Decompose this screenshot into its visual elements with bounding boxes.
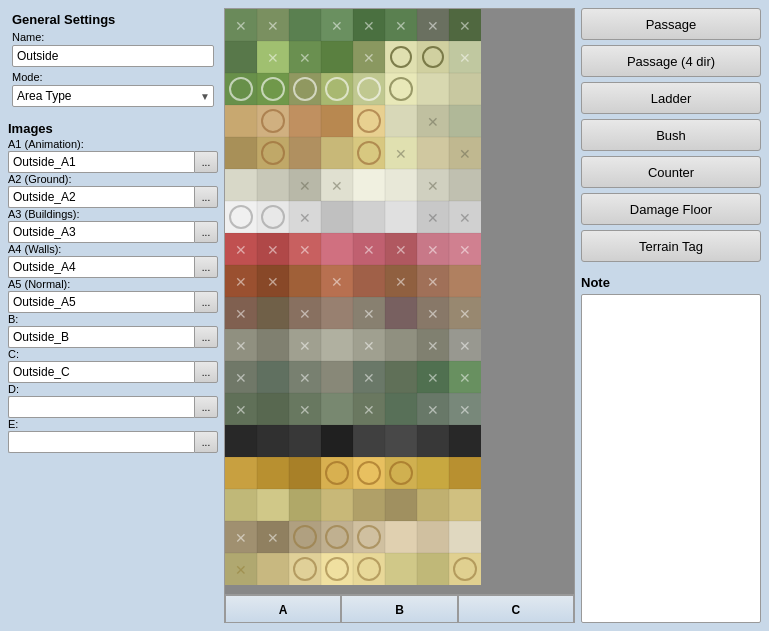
- image-label-e: E:: [8, 418, 218, 430]
- image-input-container-d: ...: [8, 396, 218, 418]
- image-input-container-a5: ...: [8, 291, 218, 313]
- mode-select[interactable]: Area Type: [12, 85, 214, 107]
- image-input-container-e: ...: [8, 431, 218, 453]
- svg-rect-63: [417, 137, 449, 169]
- name-input[interactable]: [12, 45, 214, 67]
- svg-rect-139: [385, 329, 417, 361]
- image-field-a5: A5 (Normal): ...: [8, 278, 218, 313]
- damage-floor-button[interactable]: Damage Floor: [581, 193, 761, 225]
- svg-text:✕: ✕: [459, 242, 471, 258]
- svg-rect-171: [257, 425, 289, 457]
- tileset-scroll[interactable]: ✕ ✕ ✕ ✕ ✕ ✕ ✕ ✕ ✕ ✕ ✕: [225, 9, 574, 594]
- tab-c[interactable]: C: [458, 595, 574, 623]
- svg-text:✕: ✕: [459, 18, 471, 34]
- svg-text:✕: ✕: [363, 306, 375, 322]
- name-label: Name:: [12, 31, 214, 43]
- tileset-svg[interactable]: ✕ ✕ ✕ ✕ ✕ ✕ ✕ ✕ ✕ ✕ ✕: [225, 9, 493, 594]
- image-browse-btn-b[interactable]: ...: [194, 326, 218, 348]
- image-input-d[interactable]: [8, 396, 194, 418]
- svg-rect-50: [385, 105, 417, 137]
- ladder-button[interactable]: Ladder: [581, 82, 761, 114]
- image-input-a4[interactable]: [8, 256, 194, 278]
- svg-text:✕: ✕: [267, 50, 279, 66]
- svg-rect-15: [225, 41, 257, 73]
- svg-text:✕: ✕: [427, 242, 439, 258]
- svg-text:✕: ✕: [459, 402, 471, 418]
- svg-text:✕: ✕: [299, 50, 311, 66]
- image-input-a5[interactable]: [8, 291, 194, 313]
- svg-rect-133: [257, 329, 289, 361]
- svg-rect-165: [385, 393, 417, 425]
- svg-text:✕: ✕: [235, 338, 247, 354]
- svg-rect-193: [353, 489, 385, 521]
- image-browse-btn-c[interactable]: ...: [194, 361, 218, 383]
- passage-button[interactable]: Passage: [581, 8, 761, 40]
- svg-text:✕: ✕: [235, 242, 247, 258]
- image-input-container-a3: ...: [8, 221, 218, 243]
- svg-rect-146: [257, 361, 289, 393]
- image-browse-btn-d[interactable]: ...: [194, 396, 218, 418]
- tab-a[interactable]: A: [225, 595, 341, 623]
- image-label-a3: A3 (Buildings):: [8, 208, 218, 220]
- svg-text:✕: ✕: [299, 210, 311, 226]
- svg-text:✕: ✕: [427, 338, 439, 354]
- svg-text:✕: ✕: [235, 562, 247, 578]
- svg-rect-126: [385, 297, 417, 329]
- image-field-d: D: ...: [8, 383, 218, 418]
- svg-text:✕: ✕: [363, 242, 375, 258]
- right-panel: Passage Passage (4 dir) Ladder Bush Coun…: [581, 8, 761, 623]
- images-title: Images: [8, 121, 218, 136]
- tab-b[interactable]: B: [341, 595, 457, 623]
- svg-rect-20: [321, 41, 353, 73]
- counter-button[interactable]: Counter: [581, 156, 761, 188]
- bush-button[interactable]: Bush: [581, 119, 761, 151]
- svg-rect-179: [257, 457, 289, 489]
- svg-rect-46: [289, 105, 321, 137]
- svg-rect-4: [289, 9, 321, 41]
- image-input-a1[interactable]: [8, 151, 194, 173]
- image-input-b[interactable]: [8, 326, 194, 348]
- svg-text:✕: ✕: [427, 274, 439, 290]
- svg-text:✕: ✕: [459, 210, 471, 226]
- svg-text:✕: ✕: [363, 50, 375, 66]
- image-label-d: D:: [8, 383, 218, 395]
- image-browse-btn-a1[interactable]: ...: [194, 151, 218, 173]
- svg-text:✕: ✕: [299, 178, 311, 194]
- svg-rect-47: [321, 105, 353, 137]
- svg-text:✕: ✕: [427, 306, 439, 322]
- general-settings-section: General Settings Name: Mode: Area Type ▼: [8, 8, 218, 111]
- image-input-container-a2: ...: [8, 186, 218, 208]
- svg-rect-41: [417, 73, 449, 105]
- image-input-a3[interactable]: [8, 221, 194, 243]
- svg-text:✕: ✕: [459, 370, 471, 386]
- image-input-c[interactable]: [8, 361, 194, 383]
- svg-rect-84: [353, 201, 385, 233]
- svg-rect-54: [225, 137, 257, 169]
- svg-text:✕: ✕: [299, 338, 311, 354]
- svg-rect-58: [321, 137, 353, 169]
- image-label-c: C:: [8, 348, 218, 360]
- image-label-b: B:: [8, 313, 218, 325]
- svg-text:✕: ✕: [299, 402, 311, 418]
- svg-text:✕: ✕: [363, 18, 375, 34]
- svg-rect-220: [417, 553, 449, 585]
- image-browse-btn-a5[interactable]: ...: [194, 291, 218, 313]
- svg-rect-188: [449, 457, 481, 489]
- svg-text:✕: ✕: [267, 530, 279, 546]
- image-browse-btn-a3[interactable]: ...: [194, 221, 218, 243]
- image-input-a2[interactable]: [8, 186, 194, 208]
- svg-text:✕: ✕: [235, 274, 247, 290]
- image-browse-btn-e[interactable]: ...: [194, 431, 218, 453]
- image-input-container-b: ...: [8, 326, 218, 348]
- svg-rect-180: [289, 457, 321, 489]
- svg-rect-176: [417, 425, 449, 457]
- svg-rect-174: [353, 425, 385, 457]
- note-textarea[interactable]: [581, 294, 761, 623]
- image-browse-btn-a4[interactable]: ...: [194, 256, 218, 278]
- svg-rect-159: [257, 393, 289, 425]
- svg-rect-178: [225, 457, 257, 489]
- terrain-tag-button[interactable]: Terrain Tag: [581, 230, 761, 262]
- image-input-e[interactable]: [8, 431, 194, 453]
- image-browse-btn-a2[interactable]: ...: [194, 186, 218, 208]
- passage-4dir-button[interactable]: Passage (4 dir): [581, 45, 761, 77]
